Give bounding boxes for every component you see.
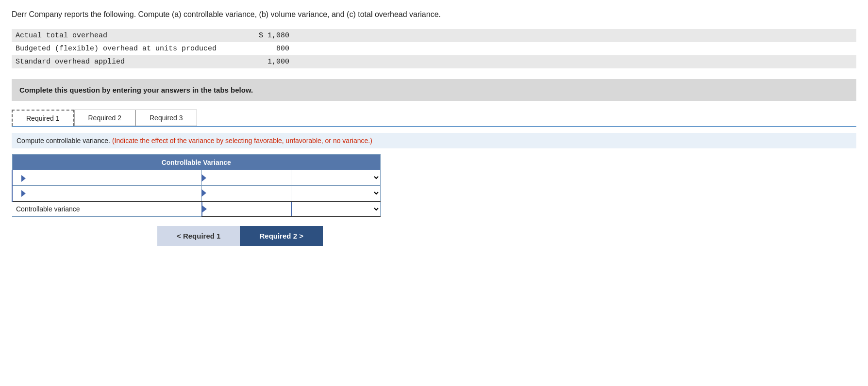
row2-arrow-icon (21, 190, 26, 197)
cv-table-header: Controllable Variance (12, 155, 381, 170)
controllable-variance-table: Controllable Variance Favorable (12, 154, 381, 217)
row2-select-cell[interactable]: Favorable Unfavorable No variance (291, 186, 381, 201)
footer-select[interactable]: Favorable Unfavorable No variance (292, 202, 380, 216)
tabs-row: Required 1 Required 2 Required 3 (12, 110, 856, 126)
prev-button[interactable]: < Required 1 (157, 226, 240, 246)
table-footer-row: Controllable variance Favorable Unfavora… (12, 201, 381, 217)
row2-select[interactable]: Favorable Unfavorable No variance (291, 186, 380, 201)
instruction-text: Compute controllable variance. (Indicate… (12, 133, 856, 148)
tab-required-3[interactable]: Required 3 (135, 110, 197, 126)
data-row-2: Budgeted (flexible) overhead at units pr… (12, 42, 856, 55)
next-button[interactable]: Required 2 > (240, 226, 322, 246)
footer-input-cell[interactable] (202, 201, 291, 217)
tabs-container: Required 1 Required 2 Required 3 Compute… (12, 110, 856, 246)
data-row-1: Actual total overhead $ 1,080 (12, 29, 856, 42)
instruction-suffix: (Indicate the effect of the variance by … (112, 137, 372, 145)
row1-input-cell[interactable] (202, 170, 291, 186)
data-label-2: Budgeted (flexible) overhead at units pr… (12, 43, 235, 54)
row1-arrow-icon (21, 175, 26, 182)
data-label-1: Actual total overhead (12, 30, 235, 41)
data-value-2: 800 (235, 43, 293, 54)
data-value-1: $ 1,080 (235, 30, 293, 41)
table-row-2: Favorable Unfavorable No variance (12, 186, 381, 201)
row2-input-cell[interactable] (202, 186, 291, 201)
footer-select-cell[interactable]: Favorable Unfavorable No variance (291, 201, 381, 217)
table-row-1: Favorable Unfavorable No variance (12, 170, 381, 186)
row2-input[interactable] (202, 186, 291, 201)
complete-banner: Complete this question by entering your … (12, 79, 856, 101)
nav-buttons: < Required 1 Required 2 > (157, 226, 856, 246)
data-row-3: Standard overhead applied 1,000 (12, 55, 856, 68)
footer-input[interactable] (202, 202, 291, 216)
row1-select-cell[interactable]: Favorable Unfavorable No variance (291, 170, 381, 186)
tab-required-1[interactable]: Required 1 (12, 110, 74, 126)
row1-input[interactable] (202, 170, 291, 185)
data-value-3: 1,000 (235, 56, 293, 67)
tab-content: Compute controllable variance. (Indicate… (12, 126, 856, 246)
footer-label: Controllable variance (12, 201, 202, 217)
instruction-prefix: Compute controllable variance. (17, 137, 110, 145)
row1-label (12, 170, 202, 186)
tab-required-2[interactable]: Required 2 (74, 110, 136, 126)
row1-select[interactable]: Favorable Unfavorable No variance (291, 170, 380, 185)
data-label-3: Standard overhead applied (12, 56, 235, 67)
data-table: Actual total overhead $ 1,080 Budgeted (… (12, 29, 856, 68)
row2-label (12, 186, 202, 201)
intro-text: Derr Company reports the following. Comp… (12, 9, 856, 20)
